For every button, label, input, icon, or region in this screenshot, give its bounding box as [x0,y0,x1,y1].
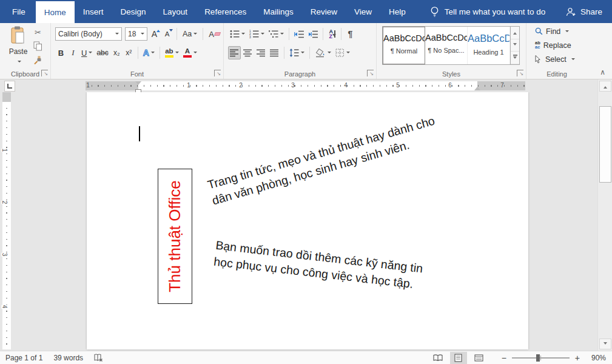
up-triangle-icon [156,28,160,32]
style-card-no-spacing[interactable]: AaBbCcDc ¶ No Spac... [425,27,468,64]
grow-font-button[interactable]: A [149,27,160,41]
numbering-button[interactable]: 123 [247,27,266,41]
horizontal-ruler[interactable]: 1 1 2 3 4 5 6 7 [86,81,525,90]
tab-file[interactable]: File [2,0,36,23]
vertical-ruler[interactable]: 1 2 3 4 [2,92,11,349]
tab-help[interactable]: Help [380,0,414,23]
shrink-font-button[interactable]: A [161,27,173,41]
copy-button[interactable] [32,40,44,52]
tab-design[interactable]: Design [112,0,155,23]
collapse-ribbon-button[interactable]: ∧ [600,68,605,76]
clear-formatting-button[interactable]: A [207,27,222,41]
first-line-indent-marker[interactable] [135,81,141,88]
eraser-icon [214,32,221,36]
find-button[interactable]: Find [535,25,587,37]
zoom-level-label[interactable]: 90% [585,354,606,362]
styles-group: AaBbCcDc ¶ Normal AaBbCcDc ¶ No Spac... … [377,23,526,79]
borders-button[interactable] [334,46,352,59]
styles-scroll-down-button[interactable] [511,39,519,52]
proofing-errors-button[interactable] [89,354,109,362]
line-spacing-button[interactable] [288,46,306,59]
tab-references[interactable]: References [196,0,255,23]
show-hide-marks-button[interactable]: ¶ [345,27,356,41]
zoom-out-button[interactable]: − [500,353,508,363]
text-highlight-button[interactable]: ab [163,46,181,59]
ruler-number: 6 [448,82,452,89]
replace-button[interactable]: ab ac Replace [535,39,587,51]
format-painter-button[interactable] [32,54,44,66]
document-page[interactable]: Thủ thuật Office Trang tin tức, mẹo và t… [87,92,528,349]
web-layout-button[interactable] [471,352,488,364]
sort-button[interactable]: A Z [326,27,338,41]
tab-insert[interactable]: Insert [75,0,112,23]
scrollbar-thumb[interactable] [599,106,611,183]
align-left-button[interactable] [228,46,241,59]
select-button[interactable]: Select [535,53,587,65]
zoom-slider[interactable] [512,354,570,362]
shading-dropdown-arrow [328,52,331,55]
print-layout-button[interactable] [450,352,467,364]
clipboard-dialog-launcher[interactable]: ↘ [41,70,48,76]
align-right-button[interactable] [255,46,267,59]
tab-review[interactable]: Review [302,0,346,23]
share-button[interactable]: Share [566,0,602,23]
font-size-combobox[interactable]: 18 [125,27,147,41]
change-case-button[interactable]: Aa [181,27,199,41]
increase-indent-button[interactable] [306,27,320,41]
tell-me-box[interactable]: Tell me what you want to do [430,0,546,23]
scrollbar-down-button[interactable] [599,339,611,349]
right-indent-marker[interactable] [474,84,480,90]
style-card-normal[interactable]: AaBbCcDc ¶ Normal [383,27,425,64]
rotated-paragraph-1[interactable]: Trang tin tức, mẹo và thủ thuật hay dành… [206,113,441,209]
bullets-button[interactable] [228,27,247,41]
zoom-in-button[interactable]: + [573,353,582,363]
superscript-button[interactable]: x² [123,46,135,59]
rotated-paragraph-2[interactable]: Bạn muốn trao dồi thêm các kỹ năng tin h… [213,237,424,294]
italic-button[interactable]: I [67,46,79,59]
text-effects-button[interactable]: A [141,46,156,59]
underline-button[interactable]: U [79,46,94,59]
tab-stop-selector-button[interactable] [4,81,15,92]
tab-home[interactable]: Home [36,1,75,23]
tab-mailings[interactable]: Mailings [255,0,302,23]
shading-button[interactable] [313,46,333,59]
align-center-icon [243,49,252,57]
justify-button[interactable] [268,46,281,59]
replace-label: Replace [543,41,571,50]
vertical-text-box[interactable]: Thủ thuật Office [158,169,192,304]
font-dialog-launcher[interactable]: ↘ [214,70,221,76]
multilevel-list-icon [269,30,278,38]
ruler-number: 1 [86,82,90,89]
align-center-button[interactable] [241,46,254,59]
font-size-dropdown-arrow [141,33,144,36]
strikethrough-button[interactable]: abc [95,46,110,59]
tab-view[interactable]: View [346,0,380,23]
styles-dialog-launcher[interactable]: ↘ [517,70,523,76]
scrollbar-up-button[interactable] [599,81,611,92]
down-triangle-icon [513,56,517,61]
styles-scroll-up-button[interactable] [511,27,519,39]
paragraph-dialog-launcher[interactable]: ↘ [367,70,374,76]
styles-more-button[interactable] [511,52,519,64]
ruler-number: 5 [396,82,400,89]
font-name-combobox[interactable]: Calibri (Body) [55,27,122,41]
font-color-button[interactable]: A [181,46,199,59]
read-mode-button[interactable] [429,352,446,364]
tab-layout[interactable]: Layout [155,0,197,23]
bold-button[interactable]: B [55,46,67,59]
line-spacing-icon [289,49,299,57]
word-count-label[interactable]: 39 words [48,354,89,362]
multilevel-list-button[interactable] [267,27,286,41]
ruler-number: 7 [500,82,504,89]
paste-button[interactable]: Paste [5,26,32,70]
ruler-top-margin [2,92,11,102]
vertical-scrollbar[interactable] [597,79,612,351]
cut-button[interactable]: ✂ [32,26,44,38]
style-card-heading1[interactable]: AaBbCcDc Heading 1 [468,27,510,64]
font-color-dropdown-arrow [193,52,197,55]
zoom-slider-thumb[interactable] [536,354,540,362]
sort-down-arrow-icon [334,30,335,38]
subscript-button[interactable]: x₂ [111,46,123,59]
decrease-indent-button[interactable] [292,27,306,41]
page-count-label[interactable]: Page 1 of 1 [0,354,48,362]
